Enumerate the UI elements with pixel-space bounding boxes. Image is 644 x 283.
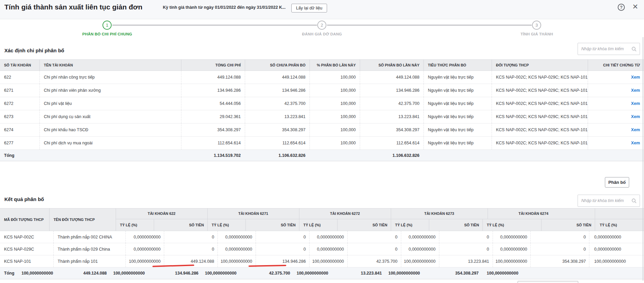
cell-targets-text: KCS NAP-002C; KCS NAP-029C; KCS NAP-101 (496, 114, 588, 119)
cell-account-no: 6274 (0, 123, 39, 136)
cell-ratio-6273: 0,0000000000 (401, 243, 439, 255)
cell-amount-6272: 0 (347, 231, 401, 243)
cell-targets-text: KCS NAP-002C; KCS NAP-029C; KCS NAP-101 (496, 128, 588, 132)
step-1-circle[interactable]: 1 (103, 21, 112, 30)
step-3-label[interactable]: TÍNH GIÁ THÀNH (479, 32, 594, 36)
view-detail-link[interactable]: Xem (631, 75, 640, 80)
table-row[interactable]: KCS NAP-101 Thành phẩm nắp 101 100,00000… (0, 255, 644, 267)
cell-targets: KCS NAP-002C; KCS NAP-029C; KCS NAP-101 (492, 97, 588, 110)
step-2-label[interactable]: ĐÁNH GIÁ DỞ DANG (265, 32, 379, 36)
table2-group-header-row: TÀI KHOẢN 622TÀI KHOẢN 6271TÀI KHOẢN 627… (116, 208, 595, 219)
cell-amount-622: 0 (164, 231, 217, 243)
cell-total-cost: 354.308.297 (181, 123, 245, 136)
sub-header-ratio: TỶ LỆ (%) (116, 219, 154, 231)
help-icon[interactable]: ? (618, 4, 625, 11)
view-detail-link[interactable]: Xem (631, 101, 640, 106)
view-detail-link[interactable]: Xem (631, 88, 640, 93)
step-3-circle[interactable]: 3 (532, 21, 541, 30)
step-2-circle[interactable]: 2 (317, 21, 326, 30)
cell-targets: KCS NAP-002C; KCS NAP-029C; KCS NAP-101 (492, 71, 588, 84)
table2-total-row: Tổng 100,0000000000 449.124.088 100,0000… (0, 267, 644, 279)
period-subtitle: Kỳ tính giá thành từ ngày 01/01/2022 đến… (163, 5, 286, 10)
table2-sub-header-row: TỶ LỆ (%) SỐ TIỀN TỶ LỆ (%) SỐ TIỀN TỶ L… (116, 219, 595, 231)
view-detail-link[interactable]: Xem (631, 114, 640, 119)
table-row[interactable]: KCS NAP-029C Thành phẩm nắp 029 China 0,… (0, 243, 644, 255)
table1-search-input[interactable] (581, 43, 630, 55)
total-amount-622: 449.124.088 (57, 267, 110, 279)
cell-ratio-6274: 100,0000000000 (493, 255, 531, 267)
total-ratio-622: 100,0000000000 (19, 267, 57, 279)
reload-data-button[interactable]: Lấy lại dữ liệu (291, 4, 327, 12)
cell-criteria: Nguyên vật liệu trực tiếp (423, 84, 492, 97)
cell-ratio-6272: 0,0000000000 (309, 243, 347, 255)
cell-allocated: 13.223.841 (360, 110, 423, 123)
cell-percent: 100,000 (310, 110, 360, 123)
cell-account-no: 6271 (0, 84, 39, 97)
total-label: Tổng (0, 150, 39, 161)
close-icon[interactable]: ✕ (631, 3, 639, 11)
cell-amount-6273: 0 (439, 243, 493, 255)
view-detail-link[interactable]: Xem (631, 128, 640, 132)
cell-total-cost: 134.946.286 (181, 84, 245, 97)
cell-total-cost: 449.124.088 (181, 71, 245, 84)
col-header-percent-this-time: % PHÂN BỔ LẦN NÀY (310, 60, 360, 70)
table-row[interactable]: 6272 Chi phí vật liệu 54.444.056 42.375.… (0, 97, 644, 110)
horizontal-scrollbar-thumb[interactable] (518, 281, 578, 283)
cell-account-no: 6273 (0, 110, 39, 123)
view-detail-link[interactable]: Xem (631, 141, 640, 145)
table-row[interactable]: 6273 Chi phí dụng cụ sản xuất 29.042.361… (0, 110, 644, 123)
cell-voucher-detail: Xem (588, 84, 644, 97)
cell-account-name: Chi phí dụng cụ sản xuất (39, 110, 181, 123)
cell-targets-text: KCS NAP-002C; KCS NAP-029C; KCS NAP-101 (496, 88, 588, 93)
cell-unallocated: 449.124.088 (245, 71, 310, 84)
cell-targets: KCS NAP-002C; KCS NAP-029C; KCS NAP-101 (492, 110, 588, 123)
cell-amount-6273: 0 (439, 231, 493, 243)
vertical-scrollbar-track[interactable] (643, 37, 643, 281)
cell-ratio-partial: 0,0000000000 (589, 231, 644, 243)
cell-ratio-6273: 100,0000000000 (401, 255, 439, 267)
cell-amount-6272: 42.375.700 (347, 255, 401, 267)
cell-target-code: KCS NAP-101 (0, 255, 53, 267)
cell-ratio-6272: 0,0000000000 (309, 231, 347, 243)
table-row[interactable]: 6271 Chi phí nhân viên phân xưởng 134.94… (0, 84, 644, 97)
table2-search-input[interactable] (581, 195, 630, 206)
sub-header-ratio: TỶ LỆ (%) (482, 219, 541, 231)
total-ratio-6272: 100,0000000000 (202, 267, 240, 279)
cell-percent: 100,000 (310, 84, 360, 97)
sub-header-ratio: TỶ LỆ (%) (207, 219, 245, 231)
account-group-header: TÀI KHOẢN 6274 (488, 208, 579, 219)
cell-amount-6273: 13.223.841 (439, 255, 493, 267)
table1-header-row: SỐ TÀI KHOẢN TÊN TÀI KHOẢN TỔNG CHI PHÍ … (0, 59, 644, 71)
cell-criteria: Nguyên vật liệu trực tiếp (423, 110, 492, 123)
account-group-header: TÀI KHOẢN 6272 (299, 208, 391, 219)
col-header-account-name: TÊN TÀI KHOẢN (39, 60, 181, 70)
step-1-label[interactable]: PHÂN BỔ CHI PHÍ CHUNG (50, 32, 165, 36)
table-row[interactable]: 622 Chi phí nhân công trực tiếp 449.124.… (0, 71, 644, 84)
cell-allocated: 354.308.297 (360, 123, 423, 136)
sub-header-amount: SỐ TIỀN (541, 219, 595, 231)
table-row[interactable]: 6277 Chi phí dịch vụ mua ngoài 112.654.6… (0, 137, 644, 150)
cell-unallocated: 13.223.841 (245, 110, 310, 123)
cell-unallocated: 134.946.286 (245, 84, 310, 97)
cell-percent: 100,000 (310, 97, 360, 110)
table-row[interactable]: 6274 Chi phí khấu hao TSCĐ 354.308.297 3… (0, 123, 644, 137)
cell-account-no: 622 (0, 71, 39, 84)
sub-header-amount: SỐ TIỀN (429, 219, 482, 231)
search-icon[interactable] (631, 46, 637, 52)
cell-amount-622: 0 (164, 243, 217, 255)
cell-criteria: Nguyên vật liệu trực tiếp (423, 123, 492, 136)
page-title: Tính giá thành sản xuất liên tục giản đơ… (4, 3, 142, 11)
col-header-target-thcp: ĐỐI TƯỢNG THCP (492, 60, 588, 70)
search-icon[interactable] (631, 198, 637, 204)
table2-search-box (578, 195, 640, 207)
cell-total-cost: 54.444.056 (181, 97, 245, 110)
account-group-header: TÀI KHOẢN 6273 (391, 208, 488, 219)
cell-amount-6271: 0 (256, 231, 309, 243)
allocate-button[interactable]: Phân bổ (605, 177, 629, 188)
table-row[interactable]: KCS NAP-002C Thành phẩm nắp 002 CHINA 0,… (0, 231, 644, 243)
col-header-target-code: MÃ ĐỐI TƯỢNG THCP (0, 208, 49, 231)
cell-voucher-detail: Xem (588, 97, 644, 110)
col-header-criteria: TIÊU THỨC PHÂN BỔ (423, 60, 492, 70)
cell-target-name: Thành phẩm nắp 029 China (53, 243, 125, 255)
title-bar: Tính giá thành sản xuất liên tục giản đơ… (0, 0, 644, 19)
